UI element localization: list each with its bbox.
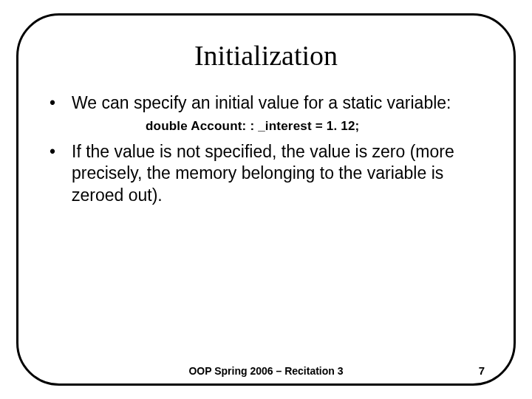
page-number: 7 xyxy=(479,364,485,377)
slide-title: Initialization xyxy=(47,39,485,72)
bullet-list: • We can specify an initial value for a … xyxy=(47,92,485,370)
slide-frame: Initialization • We can specify an initi… xyxy=(16,13,516,386)
bullet-item: • We can specify an initial value for a … xyxy=(47,92,485,115)
bullet-text: We can specify an initial value for a st… xyxy=(72,92,451,114)
code-line: double Account: : _interest = 1. 12; xyxy=(146,119,485,134)
bullet-marker-icon: • xyxy=(47,92,72,115)
bullet-marker-icon: • xyxy=(47,141,72,163)
bullet-text: If the value is not specified, the value… xyxy=(72,141,485,206)
footer-text: OOP Spring 2006 – Recitation 3 xyxy=(188,365,343,377)
bullet-item: • If the value is not specified, the val… xyxy=(47,141,485,206)
slide-footer: OOP Spring 2006 – Recitation 3 xyxy=(0,365,532,377)
